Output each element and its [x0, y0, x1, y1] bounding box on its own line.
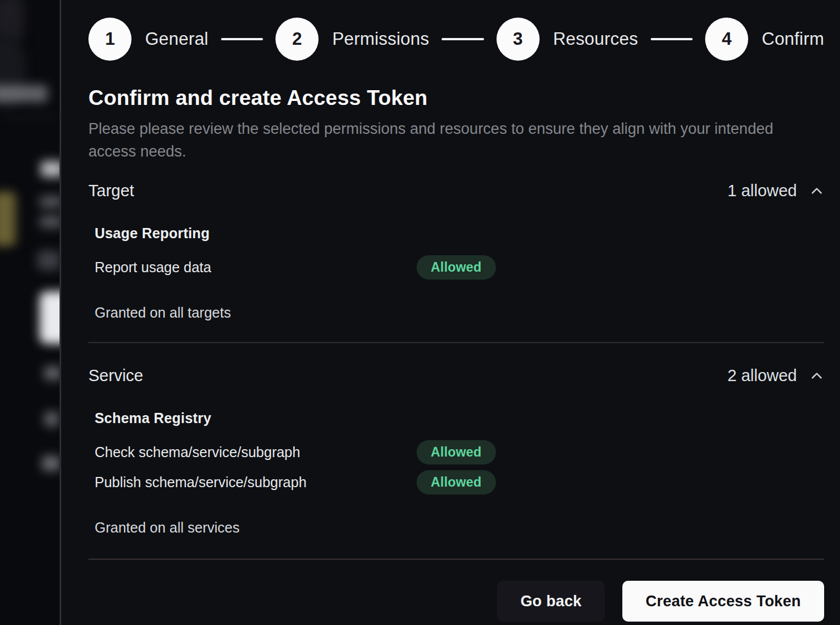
section-header-target: Target 1 allowed: [88, 181, 824, 200]
chevron-up-icon: [809, 369, 824, 383]
step-connector-line: [442, 38, 483, 40]
permission-group-name: Schema Registry: [95, 410, 824, 426]
blurred-text-line: [40, 196, 60, 208]
wizard-stepper: 1 General 2 Permissions 3 Resources 4 Co…: [88, 18, 824, 61]
section-title: Target: [88, 181, 134, 200]
permission-group-usage-reporting: Usage Reporting Report usage data Allowe…: [88, 225, 824, 280]
status-badge: Allowed: [417, 470, 496, 495]
permission-label: Report usage data: [95, 259, 417, 276]
target-collapse-toggle[interactable]: 1 allowed: [727, 181, 824, 200]
step-label: Confirm: [762, 29, 824, 49]
section-header-service: Service 2 allowed: [88, 366, 824, 385]
create-access-token-button[interactable]: Create Access Token: [622, 581, 824, 622]
step-number-circle: 3: [497, 18, 540, 61]
status-badge: Allowed: [417, 440, 496, 464]
granted-note: Granted on all services: [88, 520, 824, 536]
step-label: Resources: [553, 29, 638, 49]
status-badge: Allowed: [417, 255, 496, 280]
blurred-white-card: [40, 292, 60, 344]
granted-note: Granted on all targets: [88, 305, 824, 321]
blurred-accent-blob: [0, 192, 16, 246]
blurred-divider: [0, 116, 60, 117]
permission-label: Check schema/service/subgraph: [95, 444, 417, 461]
step-label: General: [145, 29, 209, 49]
step-number-circle: 1: [88, 18, 131, 61]
blurred-text-fragment: [44, 412, 59, 426]
section-divider: [88, 342, 824, 343]
step-label: Permissions: [332, 29, 429, 49]
blurred-text-fragment: [42, 456, 60, 471]
permission-row: Report usage data Allowed: [95, 255, 824, 280]
blurred-text-line: [40, 216, 60, 228]
permission-row: Check schema/service/subgraph Allowed: [95, 440, 824, 464]
chevron-up-icon: [809, 184, 824, 199]
page-title: Confirm and create Access Token: [88, 86, 824, 110]
page-description: Please please review the selected permis…: [88, 117, 783, 163]
go-back-button[interactable]: Go back: [497, 581, 605, 622]
app-root: 1 General 2 Permissions 3 Resources 4 Co…: [0, 0, 840, 625]
service-collapse-toggle[interactable]: 2 allowed: [727, 366, 824, 385]
permission-row: Publish schema/service/subgraph Allowed: [95, 470, 824, 495]
step-permissions[interactable]: 2 Permissions: [275, 18, 429, 61]
permission-group-name: Usage Reporting: [95, 225, 824, 242]
background-page-blurred: [0, 0, 60, 625]
permission-label: Publish schema/service/subgraph: [95, 474, 417, 491]
blurred-heading-fragment: [41, 161, 60, 177]
allowed-count-badge: 1 allowed: [727, 181, 797, 200]
blurred-text-fragment: [44, 366, 60, 380]
permission-group-schema-registry: Schema Registry Check schema/service/sub…: [88, 410, 824, 495]
blurred-nav-text: [0, 85, 48, 102]
step-number-circle: 4: [705, 18, 748, 61]
step-confirm[interactable]: 4 Confirm: [705, 18, 824, 61]
step-general[interactable]: 1 General: [88, 18, 209, 61]
step-connector-line: [651, 38, 693, 40]
footer-divider: [88, 559, 824, 560]
section-title: Service: [88, 366, 143, 385]
step-number-circle: 2: [275, 18, 319, 61]
modal-footer: Go back Create Access Token: [88, 581, 824, 622]
step-connector-line: [221, 38, 263, 40]
allowed-count-badge: 2 allowed: [727, 366, 797, 385]
create-access-token-modal: 1 General 2 Permissions 3 Resources 4 Co…: [60, 0, 840, 625]
blurred-chip: [37, 251, 60, 270]
step-resources[interactable]: 3 Resources: [497, 18, 638, 61]
